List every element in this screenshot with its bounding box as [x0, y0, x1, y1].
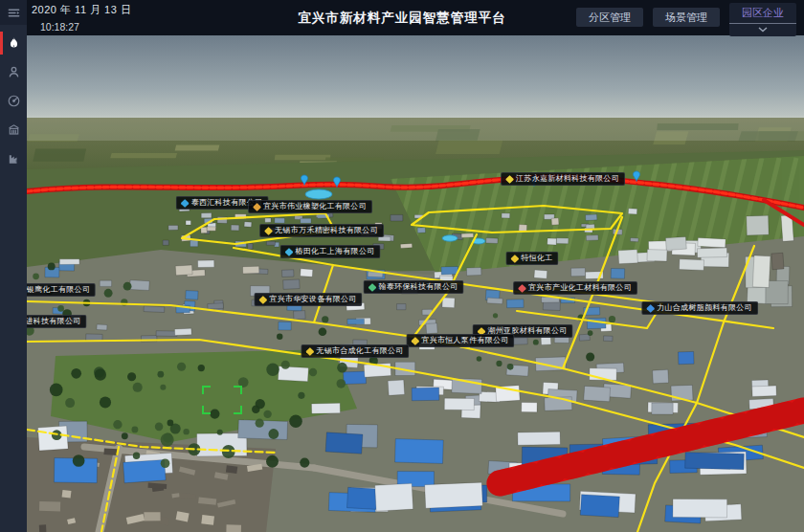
dropdown-label: 园区企业	[742, 6, 784, 23]
company-label-text: 翰泰环保科技有限公司	[379, 283, 458, 291]
tool-sidebar	[0, 0, 27, 532]
current-date: 2020 年 11 月 13 日	[32, 3, 131, 17]
menu-icon	[7, 6, 21, 20]
company-label[interactable]: 宜兴市华安设备有限公司	[254, 293, 362, 306]
company-label-text: 宜兴市恒人泵件有限公司	[421, 337, 508, 344]
company-label[interactable]: 无锡市合成化工有限公司	[301, 344, 409, 358]
user-icon	[7, 65, 21, 79]
company-label-text: 无锡市合成化工有限公司	[316, 347, 403, 355]
company-label[interactable]: 宜兴市产业化工材料有限公司	[513, 281, 637, 295]
company-label-text: 江苏永嘉新材料科技有限公司	[516, 175, 619, 183]
company-label[interactable]: 江苏永嘉新材料科技有限公司	[501, 172, 625, 186]
scene-management-button[interactable]: 场景管理	[653, 8, 720, 27]
company-marker-icon	[510, 255, 519, 263]
company-marker-icon	[264, 227, 273, 235]
sidebar-item-menu[interactable]	[0, 0, 27, 25]
company-marker-icon	[305, 347, 314, 356]
chevron-down-icon	[729, 23, 796, 36]
company-label-text: 力山合成树脂颜料有限公司	[657, 304, 752, 312]
app-window: 2020 年 11 月 13 日 10:18:27 宜兴市新材料产业园智慧管理平…	[0, 0, 804, 532]
page-title: 宜兴市新材料产业园智慧管理平台	[298, 10, 506, 27]
company-marker-icon	[411, 337, 419, 345]
sidebar-item-factory[interactable]	[0, 144, 27, 172]
company-label[interactable]: 宜兴先进科技有限公司	[27, 315, 87, 328]
current-time: 10:18:27	[40, 21, 131, 33]
park-enterprise-dropdown[interactable]: 园区企业	[729, 3, 796, 36]
zone-management-button[interactable]: 分区管理	[576, 8, 643, 27]
building-icon	[7, 122, 21, 137]
sidebar-item-gauge[interactable]	[0, 86, 27, 115]
company-label[interactable]: 宜兴市恒人泵件有限公司	[406, 334, 514, 347]
company-label-text: 无锡市万禾精密科技有限公司	[275, 227, 378, 234]
company-label-text: 宜兴先进科技有限公司	[27, 318, 81, 325]
company-label-text: 宜兴市伟业橡塑化工有限公司	[263, 203, 367, 211]
datetime-block: 2020 年 11 月 13 日 10:18:27	[32, 3, 131, 33]
sidebar-item-user[interactable]	[0, 57, 27, 86]
company-label[interactable]: 翰泰环保科技有限公司	[364, 280, 464, 294]
company-marker-icon	[505, 175, 514, 184]
company-label-text: 宜兴市华安设备有限公司	[269, 296, 356, 303]
company-label[interactable]: 无锡市万禾精密科技有限公司	[259, 224, 384, 237]
company-marker-icon	[518, 284, 526, 293]
company-label-text: 宜兴市产业化工材料有限公司	[528, 284, 632, 292]
company-marker-icon	[181, 199, 190, 208]
company-label[interactable]: 银鹰化工有限公司	[27, 283, 96, 297]
company-label-text: 特恒化工	[521, 255, 552, 262]
company-marker-icon	[368, 283, 377, 292]
company-label[interactable]: 宜兴市伟业橡塑化工有限公司	[248, 200, 372, 213]
company-label-text: 银鹰化工有限公司	[27, 286, 90, 294]
factory-icon	[7, 151, 21, 166]
gauge-icon	[7, 94, 21, 108]
company-label[interactable]: 特恒化工	[505, 252, 558, 265]
company-marker-icon	[285, 248, 294, 256]
flame-icon	[7, 36, 21, 51]
sidebar-item-fire[interactable]	[0, 29, 27, 57]
company-marker-icon	[253, 203, 261, 211]
topbar-actions: 分区管理 场景管理 园区企业	[576, 0, 804, 35]
company-label[interactable]: 椿田化工上海有限公司	[280, 245, 381, 258]
company-label-text: 椿田化工上海有限公司	[296, 248, 375, 255]
company-marker-icon	[258, 296, 267, 304]
company-label[interactable]: 力山合成树脂颜料有限公司	[641, 301, 758, 315]
map-3d-view[interactable]: 泰西汇科技有限公司宜兴市伟业橡塑化工有限公司无锡市万禾精密科技有限公司江苏永嘉新…	[27, 35, 804, 532]
top-bar: 2020 年 11 月 13 日 10:18:27 宜兴市新材料产业园智慧管理平…	[27, 0, 804, 35]
sky	[27, 35, 804, 122]
company-marker-icon	[646, 304, 655, 313]
sidebar-item-building[interactable]	[0, 115, 27, 144]
